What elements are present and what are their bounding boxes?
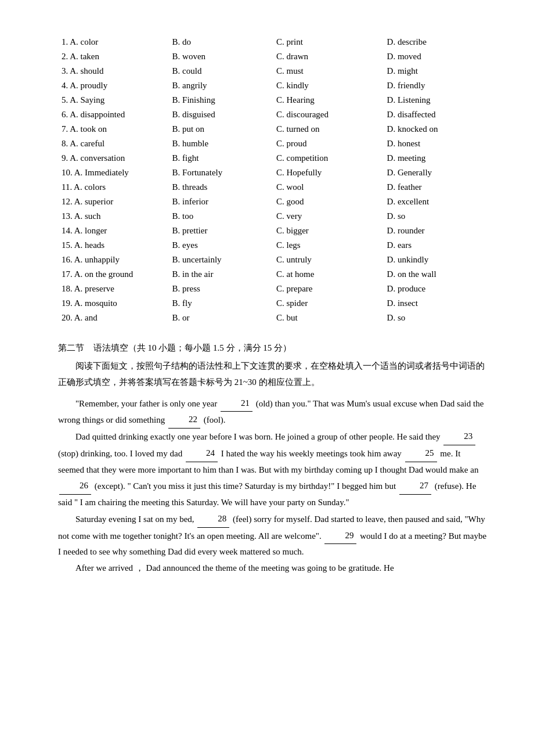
mc-cell-c-2: C. drawn	[273, 49, 384, 64]
mc-cell-d-1: D. describe	[384, 35, 488, 49]
mc-cell-c-7: C. turned on	[273, 122, 384, 136]
mc-cell-a-10: 10. A. Immediately	[58, 165, 169, 180]
mc-cell-d-10: D. Generally	[384, 165, 488, 180]
mc-row-13: 13. A. suchB. tooC. veryD. so	[58, 209, 488, 224]
mc-cell-b-8: B. humble	[169, 136, 273, 151]
mc-cell-b-4: B. angrily	[169, 78, 273, 93]
mc-cell-a-3: 3. A. should	[58, 64, 169, 78]
p3-text1: Saturday evening I sat on my bed,	[75, 514, 196, 524]
mc-cell-b-17: B. in the air	[169, 267, 273, 282]
mc-cell-d-4: D. friendly	[384, 78, 488, 93]
mc-cell-d-6: D. disaffected	[384, 107, 488, 122]
mc-cell-a-7: 7. A. took on	[58, 122, 169, 136]
mc-row-14: 14. A. longerB. prettierC. biggerD. roun…	[58, 224, 488, 238]
passage-p3: Saturday evening I sat on my bed, 28 (fe…	[58, 511, 488, 560]
mc-cell-a-5: 5. A. Saying	[58, 93, 169, 107]
mc-cell-a-1: 1. A. color	[58, 35, 169, 49]
mc-row-8: 8. A. carefulB. humbleC. proudD. honest	[58, 136, 488, 151]
mc-row-11: 11. A. colorsB. threadsC. woolD. feather	[58, 180, 488, 195]
mc-cell-d-18: D. produce	[384, 282, 488, 296]
mc-cell-d-7: D. knocked on	[384, 122, 488, 136]
mc-cell-d-17: D. on the wall	[384, 267, 488, 282]
mc-cell-a-4: 4. A. proudly	[58, 78, 169, 93]
mc-cell-c-16: C. untruly	[273, 253, 384, 267]
mc-cell-c-12: C. good	[273, 195, 384, 209]
mc-cell-c-15: C. legs	[273, 238, 384, 253]
mc-cell-c-14: C. bigger	[273, 224, 384, 238]
mc-row-6: 6. A. disappointedB. disguisedC. discour…	[58, 107, 488, 122]
mc-cell-a-15: 15. A. heads	[58, 238, 169, 253]
mc-row-10: 10. A. ImmediatelyB. FortunatelyC. Hopef…	[58, 165, 488, 180]
mc-cell-d-14: D. rounder	[384, 224, 488, 238]
mc-cell-c-18: C. prepare	[273, 282, 384, 296]
section2-instruction: 阅读下面短文，按照句子结构的语法性和上下文连贯的要求，在空格处填入一个适当的词或…	[58, 358, 488, 391]
blank-29: 29	[324, 528, 356, 545]
mc-cell-a-9: 9. A. conversation	[58, 151, 169, 165]
mc-cell-d-13: D. so	[384, 209, 488, 224]
mc-cell-a-17: 17. A. on the ground	[58, 267, 169, 282]
mc-cell-c-9: C. competition	[273, 151, 384, 165]
passage: "Remember, your father is only one year …	[58, 395, 488, 577]
mc-cell-c-11: C. wool	[273, 180, 384, 195]
blank-23: 23	[443, 429, 475, 445]
mc-cell-a-18: 18. A. preserve	[58, 282, 169, 296]
blank-28: 28	[197, 511, 229, 528]
mc-cell-b-2: B. woven	[169, 49, 273, 64]
mc-cell-c-8: C. proud	[273, 136, 384, 151]
mc-cell-b-20: B. or	[169, 311, 273, 325]
p4-text: After we arrived ， Dad announced the the…	[75, 563, 394, 573]
blank-25: 25	[405, 445, 437, 462]
mc-cell-b-3: B. could	[169, 64, 273, 78]
mc-cell-d-19: D. insect	[384, 296, 488, 311]
mc-cell-d-12: D. excellent	[384, 195, 488, 209]
blank-24: 24	[186, 445, 218, 462]
mc-row-9: 9. A. conversationB. fightC. competition…	[58, 151, 488, 165]
section2-title: 语法填空（共 10 小题；每小题 1.5 分，满分 15 分）	[93, 343, 291, 352]
passage-p4: After we arrived ， Dad announced the the…	[58, 560, 488, 577]
mc-cell-b-15: B. eyes	[169, 238, 273, 253]
section2-label: 第二节	[58, 343, 84, 352]
mc-cell-a-6: 6. A. disappointed	[58, 107, 169, 122]
mc-table: 1. A. colorB. doC. printD. describe2. A.…	[58, 35, 488, 325]
mc-cell-d-15: D. ears	[384, 238, 488, 253]
mc-cell-b-19: B. fly	[169, 296, 273, 311]
mc-cell-c-5: C. Hearing	[273, 93, 384, 107]
passage-p1: "Remember, your father is only one year …	[58, 395, 488, 429]
mc-cell-a-12: 12. A. superior	[58, 195, 169, 209]
mc-row-17: 17. A. on the groundB. in the airC. at h…	[58, 267, 488, 282]
mc-row-20: 20. A. andB. orC. butD. so	[58, 311, 488, 325]
mc-row-16: 16. A. unhappilyB. uncertainlyC. untruly…	[58, 253, 488, 267]
mc-row-18: 18. A. preserveB. pressC. prepareD. prod…	[58, 282, 488, 296]
instruction-text: 阅读下面短文，按照句子结构的语法性和上下文连贯的要求，在空格处填入一个适当的词或…	[58, 358, 488, 391]
mc-cell-c-4: C. kindly	[273, 78, 384, 93]
mc-cell-b-9: B. fight	[169, 151, 273, 165]
mc-cell-a-14: 14. A. longer	[58, 224, 169, 238]
mc-cell-a-16: 16. A. unhappily	[58, 253, 169, 267]
mc-cell-c-3: C. must	[273, 64, 384, 78]
mc-row-5: 5. A. SayingB. FinishingC. HearingD. Lis…	[58, 93, 488, 107]
mc-cell-d-20: D. so	[384, 311, 488, 325]
mc-row-4: 4. A. proudlyB. angrilyC. kindlyD. frien…	[58, 78, 488, 93]
mc-cell-d-9: D. meeting	[384, 151, 488, 165]
mc-row-3: 3. A. shouldB. couldC. mustD. might	[58, 64, 488, 78]
mc-cell-b-16: B. uncertainly	[169, 253, 273, 267]
mc-cell-b-6: B. disguised	[169, 107, 273, 122]
p2-hint6: (except). " Can't you miss it just this …	[95, 481, 398, 491]
passage-p2: Dad quitted drinking exactly one year be…	[58, 429, 488, 511]
blank-21: 21	[221, 395, 252, 412]
mc-row-19: 19. A. mosquitoB. flyC. spiderD. insect	[58, 296, 488, 311]
mc-row-15: 15. A. headsB. eyesC. legsD. ears	[58, 238, 488, 253]
mc-row-7: 7. A. took onB. put onC. turned onD. kno…	[58, 122, 488, 136]
section2-header: 第二节 语法填空（共 10 小题；每小题 1.5 分，满分 15 分）	[58, 343, 488, 354]
mc-cell-b-1: B. do	[169, 35, 273, 49]
mc-cell-c-20: C. but	[273, 311, 384, 325]
mc-cell-d-2: D. moved	[384, 49, 488, 64]
mc-cell-b-5: B. Finishing	[169, 93, 273, 107]
p1-text1: "Remember, your father is only one year	[75, 399, 219, 408]
mc-cell-a-20: 20. A. and	[58, 311, 169, 325]
p2-text2: I hated the way his weekly meetings took…	[221, 449, 404, 458]
mc-cell-b-7: B. put on	[169, 122, 273, 136]
mc-cell-a-11: 11. A. colors	[58, 180, 169, 195]
mc-cell-d-3: D. might	[384, 64, 488, 78]
mc-cell-b-10: B. Fortunately	[169, 165, 273, 180]
